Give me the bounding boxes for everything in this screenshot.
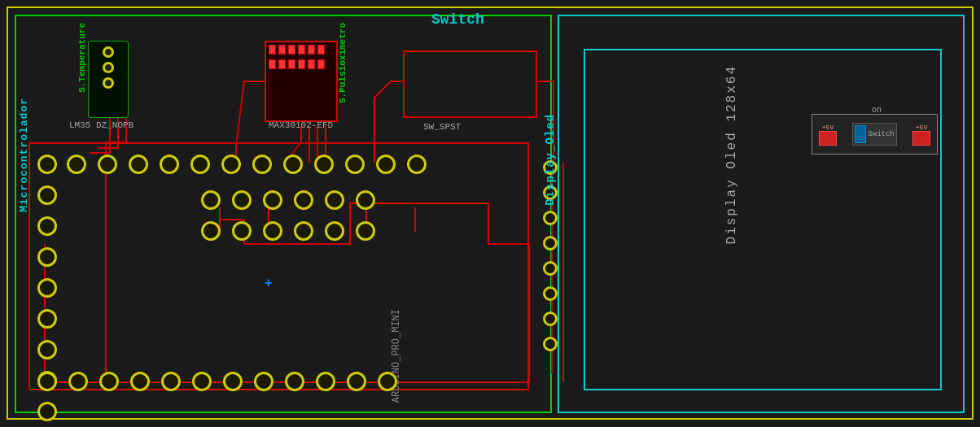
max-pin-2 (278, 45, 286, 54)
hole-b7 (223, 372, 243, 391)
pcb-canvas: S.Temperature LM35 DZ_NOPB S.Pulsioximet… (0, 0, 980, 427)
hole-th3 (263, 221, 282, 241)
hole-s2 (232, 190, 252, 210)
switch-body-label: Switch (868, 130, 895, 138)
hole-b12 (378, 372, 397, 391)
max30102-label: MAX30102-EFD (269, 120, 333, 130)
max-pin-6 (317, 45, 325, 54)
temp-pin-1 (103, 46, 114, 58)
hole-b2 (68, 372, 88, 391)
hole-t5 (190, 155, 210, 174)
hole-t12 (407, 155, 427, 174)
hole-b3 (99, 372, 119, 391)
hole-b4 (130, 372, 150, 391)
hole-t3 (129, 155, 148, 174)
display-main-label: Display Oled 128x64 (724, 65, 739, 244)
hole-t9 (314, 155, 334, 174)
hole-r4 (543, 236, 558, 251)
hole-s3 (263, 190, 282, 210)
max-pin-3 (288, 45, 295, 54)
switch-top-label: Switch (431, 11, 484, 28)
display-inner (584, 49, 942, 390)
hole-l9 (37, 402, 57, 421)
hole-r3 (543, 211, 558, 225)
bottom-holes-row (36, 370, 399, 393)
microcontrolador-label: Microcontrolador (18, 98, 30, 212)
switch-box: on +5V Switch +5V (403, 50, 537, 118)
max30102-sensor (265, 41, 338, 122)
hole-s4 (294, 190, 313, 210)
hole-b10 (316, 372, 335, 391)
max-pin-1 (269, 45, 276, 54)
switch-slider (855, 125, 866, 143)
hole-r6 (543, 286, 558, 301)
temp-pin-2 (103, 62, 114, 73)
max-pin-9 (288, 59, 295, 69)
hole-th4 (294, 221, 313, 241)
hole-t8 (283, 155, 303, 174)
hole-th1 (201, 221, 221, 241)
switch-right-label: +5V (916, 124, 927, 131)
hole-r7 (543, 312, 558, 326)
switch-right-pad (912, 131, 930, 146)
max-pin-11 (308, 59, 315, 69)
hole-b11 (347, 372, 366, 391)
max-pin-7 (269, 59, 276, 69)
hole-l3 (37, 216, 57, 236)
second-holes-row (199, 189, 377, 211)
hole-l1 (37, 155, 57, 174)
hole-b9 (285, 372, 304, 391)
switch-body: Switch (852, 123, 897, 146)
hole-b1 (37, 372, 57, 391)
s-pulsioximetro-label: S.Pulsioximetro (338, 23, 348, 103)
hole-th2 (232, 221, 252, 241)
hole-th6 (356, 221, 375, 241)
hole-t4 (160, 155, 179, 174)
switch-right-terminal: +5V (912, 124, 930, 146)
max-pin-5 (308, 45, 315, 54)
hole-t1 (67, 155, 86, 174)
temp-sensor-body (88, 41, 129, 118)
switch-left-label: +5V (822, 124, 833, 131)
max-pin-12 (317, 59, 325, 69)
temp-pin-3 (103, 77, 114, 89)
hole-t7 (252, 155, 272, 174)
top-holes-row1 (65, 153, 428, 176)
hole-s1 (201, 190, 221, 210)
third-holes-row (199, 220, 377, 242)
hole-l6 (37, 309, 57, 329)
display-oled-label: Display_Oled (544, 114, 557, 206)
sw-spst-label: SW_SPST (423, 122, 461, 132)
hole-t6 (221, 155, 241, 174)
lm35-label: LM35 DZ_NOPB (69, 120, 133, 130)
hole-l2 (37, 185, 57, 205)
display-board (558, 15, 965, 413)
hole-t2 (98, 155, 117, 174)
arduino-board (28, 142, 529, 390)
max-pin-8 (278, 59, 286, 69)
hole-r8 (543, 337, 558, 351)
hole-s6 (356, 190, 375, 210)
hole-l5 (37, 278, 57, 298)
max-pin-10 (298, 59, 305, 69)
hole-th5 (325, 221, 344, 241)
switch-component: +5V Switch +5V (812, 114, 938, 155)
s-temperature-label: S.Temperature (77, 23, 87, 93)
hole-t10 (345, 155, 365, 174)
switch-left-terminal: +5V (819, 124, 837, 146)
hole-t11 (376, 155, 396, 174)
hole-l7 (37, 340, 57, 359)
switch-left-pad (819, 131, 837, 146)
hole-r5 (543, 261, 558, 276)
hole-l4 (37, 247, 57, 267)
hole-b6 (192, 372, 212, 391)
max-pin-4 (298, 45, 305, 54)
hole-b8 (254, 372, 273, 391)
hole-b5 (161, 372, 181, 391)
plus-marker: + (265, 277, 273, 291)
hole-s5 (325, 190, 344, 210)
